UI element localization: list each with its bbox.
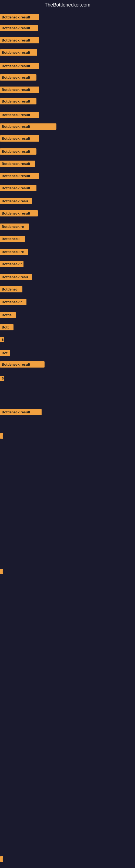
bar-label: Bottleneck result — [0, 135, 39, 142]
bar-item: Bottle — [0, 312, 16, 318]
bar-item: Bottleneck re — [0, 249, 28, 255]
bar-label: Bottleneck result — [0, 112, 39, 118]
bar-item: Bottleneck — [0, 236, 25, 242]
bar-label: Bot — [0, 350, 10, 356]
bar-label: Bott — [0, 324, 13, 330]
bar-item: Bot — [0, 350, 10, 356]
chart-area: Bottleneck resultBottleneck resultBottle… — [0, 10, 135, 865]
bar-label: | — [0, 433, 3, 439]
bar-item: Bottleneck result — [0, 112, 39, 118]
bar-label: | — [0, 856, 3, 862]
bar-item: Bottleneck result — [0, 74, 37, 81]
bar-item: Bottleneck result — [0, 14, 39, 20]
bar-label: Bottleneck result — [0, 409, 42, 415]
bar-label: Bottleneck r — [0, 299, 27, 305]
bar-label: Bottleneck result — [0, 185, 37, 191]
bar-label: Bottleneck result — [0, 148, 37, 155]
bar-item: Bottleneck result — [0, 148, 37, 155]
bar-label: Bottle — [0, 312, 16, 318]
bar-item: Bottleneck resu — [0, 198, 32, 204]
bar-item: Bottlenec — [0, 286, 22, 292]
bar-label: B — [0, 337, 4, 342]
bar-item: Bottleneck result — [0, 210, 38, 216]
bar-item: Bott — [0, 324, 13, 330]
bar-item: | — [0, 433, 3, 439]
bar-label: Bottleneck resu — [0, 198, 32, 204]
bar-label: B — [0, 376, 4, 381]
bar-item: Bottleneck result — [0, 50, 37, 56]
bar-item: Bottleneck result — [0, 25, 38, 31]
bar-label: Bottleneck result — [0, 37, 39, 43]
bar-label: Bottleneck result — [0, 14, 39, 20]
bar-label: | — [0, 569, 3, 574]
bar-item: Bottleneck result — [0, 161, 35, 167]
bar-label: Bottleneck result — [0, 87, 39, 93]
bar-label: Bottleneck resu — [0, 274, 32, 280]
bar-label: Bottleneck r — [0, 261, 24, 267]
bar-label: Bottleneck re — [0, 249, 28, 255]
bar-item: Bottleneck re — [0, 223, 29, 230]
bar-item: Bottleneck result — [0, 185, 37, 191]
bar-item: Bottleneck result — [0, 87, 39, 93]
bar-label: Bottleneck result — [0, 74, 37, 81]
bar-label: Bottleneck — [0, 236, 25, 242]
site-title: TheBottlenecker.com — [0, 0, 135, 10]
bar-label: Bottleneck result — [0, 361, 45, 368]
bar-item: Bottleneck result — [0, 63, 39, 69]
bar-item: Bottleneck result — [0, 135, 39, 142]
bar-item: | — [0, 569, 3, 574]
bar-item: Bottleneck result — [0, 361, 45, 368]
bar-label: Bottleneck result — [0, 50, 37, 56]
bar-label: Bottleneck result — [0, 63, 39, 69]
bar-item: B — [0, 337, 4, 342]
bar-item: Bottleneck result — [0, 37, 39, 43]
bar-item: Bottleneck result — [0, 123, 56, 130]
bar-label: Bottlenec — [0, 286, 22, 292]
bar-label: Bottleneck result — [0, 98, 37, 104]
bar-item: Bottleneck r — [0, 261, 24, 267]
bar-label: Bottleneck result — [0, 173, 39, 179]
bar-label: Bottleneck result — [0, 123, 56, 130]
bar-label: Bottleneck result — [0, 161, 35, 167]
bar-label: Bottleneck result — [0, 25, 38, 31]
bar-label: Bottleneck result — [0, 210, 38, 216]
bar-label: Bottleneck re — [0, 223, 29, 230]
bar-item: Bottleneck result — [0, 173, 39, 179]
bar-item: Bottleneck resu — [0, 274, 32, 280]
bar-item: B — [0, 376, 4, 381]
bar-item: Bottleneck result — [0, 98, 37, 104]
bar-item: | — [0, 856, 3, 862]
bar-item: Bottleneck result — [0, 409, 42, 415]
bar-item: Bottleneck r — [0, 299, 27, 305]
